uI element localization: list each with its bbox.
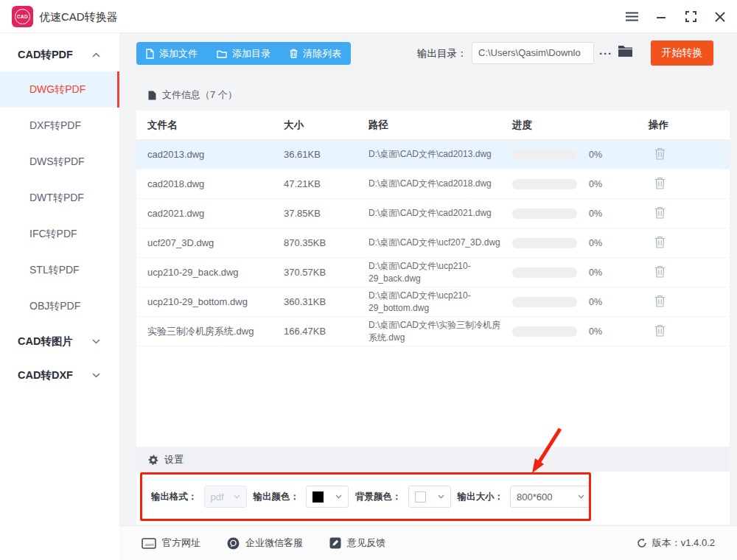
wechat-support-label: 企业微信客服 — [245, 536, 303, 550]
output-color-label: 输出颜色： — [254, 491, 300, 503]
output-format-label: 输出格式： — [151, 491, 198, 503]
background-color-select[interactable] — [408, 486, 451, 508]
chevron-down-icon — [92, 373, 100, 378]
add-folder-button[interactable]: 添加目录 — [207, 42, 280, 65]
trash-icon — [654, 206, 666, 219]
feedback-link[interactable]: 意见反馈 — [329, 536, 385, 550]
delete-file-button[interactable] — [654, 147, 666, 160]
table-row[interactable]: cad2021.dwg 37.85KB D:\桌面\CAD文件\cad2021.… — [136, 199, 730, 228]
sidebar-item-obj-to-pdf[interactable]: OBJ转PDF — [0, 288, 119, 324]
progress-bar — [512, 326, 577, 337]
sidebar-group-label: CAD转PDF — [18, 48, 73, 62]
sidebar-group-cad-to-image[interactable]: CAD转图片 — [0, 324, 119, 358]
sidebar-item-ifc-to-pdf[interactable]: IFC转PDF — [0, 216, 119, 252]
progress-percent: 0% — [589, 209, 602, 219]
file-name: ucp210-29_back.dwg — [147, 267, 284, 278]
delete-file-button[interactable] — [654, 265, 666, 278]
progress-percent: 0% — [589, 267, 602, 278]
file-path: D:\桌面\CAD文件\ucp210-29_back.dwg — [368, 260, 512, 284]
wechat-support-icon — [227, 537, 240, 550]
sidebar-item-dwt-to-pdf[interactable]: DWT转PDF — [0, 180, 119, 216]
version-label: 版本：v1.4.0.2 — [652, 536, 715, 550]
app-logo: CAD — [12, 6, 33, 27]
sidebar-item-label: STL转PDF — [29, 264, 80, 277]
add-files-button[interactable]: 添加文件 — [136, 42, 207, 65]
file-path: D:\桌面\CAD文件\cad2021.dwg — [368, 207, 512, 219]
progress-bar — [512, 297, 577, 307]
output-dir-input[interactable]: C:\Users\Qasim\Downlo — [472, 42, 594, 64]
file-name: cad2021.dwg — [147, 208, 284, 219]
official-website-link[interactable]: .com 官方网址 — [142, 536, 200, 550]
output-dir-label: 输出目录： — [417, 42, 467, 65]
progress-percent: 0% — [589, 297, 602, 307]
trash-icon — [290, 49, 298, 58]
output-size-value: 800*600 — [517, 491, 552, 503]
output-size-label: 输出大小： — [458, 491, 504, 503]
progress-percent: 0% — [589, 238, 602, 248]
table-row[interactable]: ucp210-29_back.dwg 370.57KB D:\桌面\CAD文件\… — [136, 258, 730, 287]
close-button[interactable] — [713, 10, 727, 24]
sidebar-item-dwg-to-pdf[interactable]: DWG转PDF — [0, 71, 119, 108]
toolbar-button-group: 添加文件 添加目录 清除列表 — [136, 42, 351, 65]
delete-file-button[interactable] — [654, 295, 666, 307]
file-size: 36.61KB — [284, 149, 368, 160]
file-size: 870.35KB — [284, 237, 368, 248]
sidebar: CAD转PDF DWG转PDF DXF转PDF DWS转PDF DWT转PDF … — [0, 33, 119, 560]
sidebar-item-dws-to-pdf[interactable]: DWS转PDF — [0, 144, 119, 180]
start-convert-button[interactable]: 开始转换 — [651, 41, 713, 66]
sidebar-group-label: CAD转图片 — [18, 335, 73, 349]
sidebar-item-label: DWG转PDF — [29, 83, 85, 97]
delete-file-button[interactable] — [654, 324, 666, 337]
output-format-select[interactable]: pdf — [204, 486, 247, 508]
file-name: ucf207_3D.dwg — [147, 237, 284, 248]
progress-bar — [512, 209, 577, 219]
delete-file-button[interactable] — [654, 206, 666, 219]
folder-icon — [217, 49, 227, 58]
minimize-button[interactable] — [654, 10, 668, 24]
progress-cell: 0% — [512, 297, 649, 307]
file-path: D:\桌面\CAD文件\实验三制冷机房系统.dwg — [368, 319, 512, 343]
progress-bar — [512, 179, 577, 189]
settings-controls: 输出格式： pdf 输出颜色： 背景颜色： 输出大小： 800*600 — [151, 472, 593, 521]
feedback-label: 意见反馈 — [347, 536, 385, 550]
file-name: ucp210-29_bottom.dwg — [147, 296, 284, 307]
menu-button[interactable] — [625, 10, 638, 24]
official-website-label: 官方网址 — [162, 536, 200, 550]
table-row[interactable]: ucf207_3D.dwg 870.35KB D:\桌面\CAD文件\ucf20… — [136, 228, 730, 258]
sidebar-group-cad-to-pdf[interactable]: CAD转PDF — [0, 38, 119, 71]
wechat-support-link[interactable]: 企业微信客服 — [227, 536, 303, 550]
sidebar-group-cad-to-dxf[interactable]: CAD转DXF — [0, 358, 119, 392]
file-path: D:\桌面\CAD文件\ucp210-29_bottom.dwg — [368, 290, 512, 313]
chevron-down-icon — [578, 494, 584, 499]
maximize-button[interactable] — [684, 10, 697, 24]
col-header-path: 路径 — [368, 119, 512, 132]
file-size: 166.47KB — [284, 326, 368, 337]
output-format-value: pdf — [211, 491, 224, 503]
table-row[interactable]: cad2018.dwg 47.21KB D:\桌面\CAD文件\cad2018.… — [136, 169, 730, 199]
table-body: cad2013.dwg 36.61KB D:\桌面\CAD文件\cad2013.… — [136, 140, 730, 346]
output-size-select[interactable]: 800*600 — [510, 486, 591, 508]
add-files-label: 添加文件 — [159, 47, 198, 60]
delete-file-button[interactable] — [654, 236, 666, 248]
delete-file-button[interactable] — [654, 177, 666, 189]
progress-cell: 0% — [512, 209, 649, 219]
table-row[interactable]: ucp210-29_bottom.dwg 360.31KB D:\桌面\CAD文… — [136, 287, 730, 317]
app-title: 优速CAD转换器 — [39, 0, 118, 33]
browse-more-button[interactable]: ··· — [595, 42, 616, 65]
sidebar-item-dxf-to-pdf[interactable]: DXF转PDF — [0, 108, 119, 144]
progress-percent: 0% — [589, 179, 602, 189]
output-color-select[interactable] — [306, 486, 349, 508]
table-header-row: 文件名 大小 路径 进度 操作 — [136, 111, 730, 140]
output-color-swatch — [312, 491, 324, 503]
sidebar-item-stl-to-pdf[interactable]: STL转PDF — [0, 252, 119, 288]
col-header-progress: 进度 — [512, 119, 649, 132]
table-row[interactable]: 实验三制冷机房系统.dwg 166.47KB D:\桌面\CAD文件\实验三制冷… — [136, 317, 730, 346]
table-row[interactable]: cad2013.dwg 36.61KB D:\桌面\CAD文件\cad2013.… — [136, 140, 730, 169]
file-panel: 文件信息（7 个） 文件名 大小 路径 进度 操作 cad2013.dwg 36… — [136, 80, 730, 447]
file-path: D:\桌面\CAD文件\cad2018.dwg — [368, 178, 512, 189]
sidebar-item-label: IFC转PDF — [29, 228, 77, 241]
refresh-icon — [637, 538, 647, 548]
clear-list-button[interactable]: 清除列表 — [280, 42, 351, 65]
open-folder-button[interactable] — [618, 45, 633, 60]
sidebar-item-label: DWS转PDF — [29, 155, 85, 169]
